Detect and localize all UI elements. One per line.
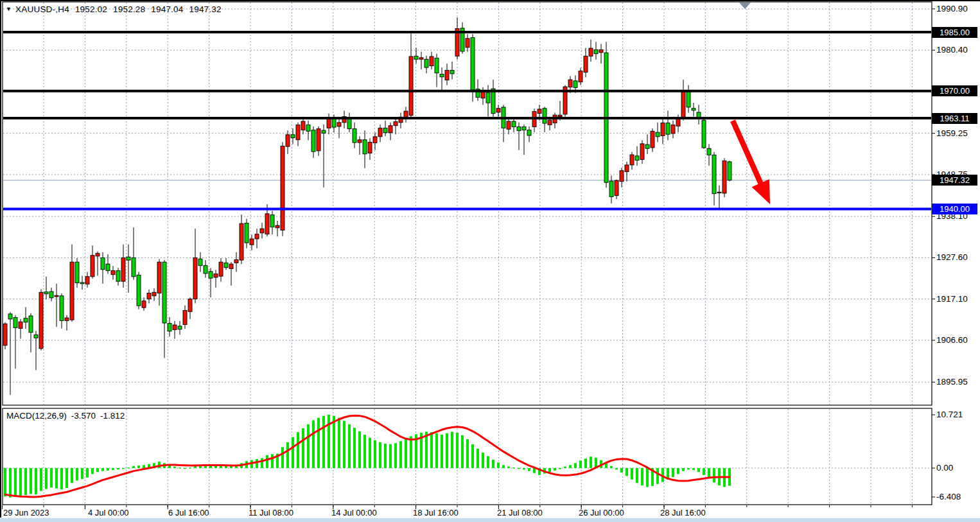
candle-bearish [517,127,521,131]
candle-bullish [368,142,372,153]
macd-histogram-bar [626,468,628,476]
macd-histogram-bar [348,424,351,468]
price-badge-1970-00: 1970.00 [932,85,977,96]
candle-bearish [198,259,202,265]
macd-histogram-bar [86,468,89,478]
candle-bearish [522,127,526,130]
macd-histogram-bar [132,466,135,468]
candle-bearish [306,125,310,131]
macd-indicator-label: MACD(12,26,9)-3.570-1.812 [6,411,125,421]
chart-canvas[interactable] [0,0,980,522]
macd-histogram-bar [4,468,6,496]
candle-bullish [65,318,69,320]
candle-bullish [214,274,218,278]
candle-bullish [147,293,151,299]
macd-histogram-bar [71,468,73,483]
macd-histogram-bar [466,439,469,468]
candle-bullish [568,80,572,87]
macd-histogram-bar [656,468,659,484]
macd-histogram-bar [184,468,186,469]
macd-histogram-bar [631,468,633,480]
candle-bullish [722,161,726,193]
candle-bearish [137,275,141,306]
macd-histogram-bar [261,458,263,469]
candle-bullish [671,125,675,133]
candle-bearish [666,123,670,134]
candle-bullish [142,301,146,308]
macd-histogram-bar [456,433,459,468]
macd-histogram-bar [173,467,176,468]
candle-bearish [8,314,12,319]
macd-scale-zero: 0.00 [936,463,953,473]
price-badge-1985-00: 1985.00 [932,27,977,38]
macd-histogram-bar [179,467,181,468]
candle-bearish [168,324,171,331]
macd-histogram-bar [482,453,484,468]
candle-bullish [121,257,125,281]
macd-histogram-bar [358,431,361,468]
candle-bearish [311,130,315,152]
candle-bullish [152,292,156,296]
candle-bearish [435,58,439,73]
candle-bullish [717,192,721,193]
candle-bullish [173,325,177,329]
macd-histogram-bar [256,459,258,468]
candle-bearish [702,120,706,148]
candle-bearish [527,130,531,135]
macd-histogram-bar [435,433,438,468]
window-bottom-edge [0,518,980,522]
candle-bullish [39,292,43,349]
collapse-triangle-icon[interactable]: ▼ [6,6,12,12]
price-tick-label: 1990.90 [936,4,968,14]
macd-histogram-bar [297,432,299,468]
candle-bullish [507,121,511,129]
candle-bearish [450,70,454,74]
macd-histogram-bar [646,468,649,487]
candle-bullish [445,70,449,80]
macd-histogram-bar [24,468,27,495]
macd-histogram-bar [40,468,42,491]
macd-histogram-bar [399,441,402,468]
candle-bullish [394,122,398,126]
macd-histogram-bar [55,468,58,489]
candle-bullish [558,115,562,116]
macd-histogram-bar [286,442,289,468]
macd-histogram-bar [189,467,191,468]
macd-scale-min: -6.408 [936,492,961,502]
macd-histogram-bar [451,431,453,468]
macd-histogram-bar [677,468,679,474]
macd-histogram-bar [615,468,618,469]
candle-bullish [404,111,408,117]
candle-bearish [414,56,418,59]
candle-bullish [286,135,290,146]
macd-histogram-bar [641,468,643,485]
candle-bullish [317,129,320,151]
candle-bearish [13,317,17,327]
macd-histogram-bar [107,468,109,471]
candle-bearish [132,257,136,276]
candle-bullish [538,109,541,114]
candle-bearish [44,292,48,294]
candle-bearish [204,266,207,274]
macd-value: -3.570 [71,411,96,421]
macd-histogram-bar [76,468,78,480]
macd-histogram-bar [564,467,566,468]
macd-histogram-bar [528,468,530,471]
macd-histogram-bar [477,449,479,468]
macd-histogram-bar [333,416,335,468]
candle-bullish [265,214,269,234]
price-tick-label: 1895.95 [936,377,968,387]
macd-histogram-bar [584,458,587,468]
candle-bullish [615,180,618,196]
candle-bullish [96,254,100,256]
candle-bearish [270,215,274,227]
chart-shift-marker-icon[interactable] [739,3,751,9]
candle-bearish [573,81,577,87]
candle-bullish [419,58,423,59]
candle-bullish [85,277,89,284]
candle-bullish [630,155,634,165]
macd-histogram-bar [410,436,412,468]
candle-bullish [296,125,300,139]
trend-arrow-shaft[interactable] [733,121,762,187]
macd-histogram-bar [143,465,145,468]
